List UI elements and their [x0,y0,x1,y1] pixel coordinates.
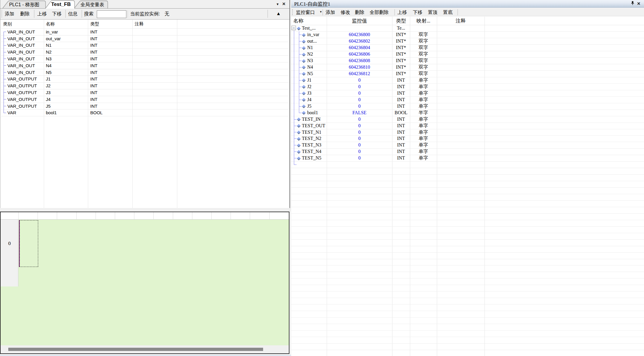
watch-header-mapping[interactable]: 映射... [410,17,437,25]
tab-global-var-table[interactable]: 全局变量表 [74,1,108,8]
watch-move-up-button[interactable]: 上移 [397,8,407,17]
watch-row[interactable]: TEST_N40INT单字 [0,148,644,155]
ladder-header-cell-line [18,212,19,219]
collapse-expand-box[interactable] [292,26,296,30]
variable-icon [302,104,306,108]
variable-icon [297,130,301,134]
tab-list-dropdown-icon[interactable]: ▼ [275,2,280,7]
watch-value: 604236808 [327,57,392,64]
ladder-row-header [1,220,18,286]
watch-value: 0 [327,77,392,83]
watch-close-icon[interactable]: ✕ [636,1,641,6]
tree-branch-tick [294,165,297,165]
watch-delete-button[interactable]: 删除 [355,8,364,17]
watch-row[interactable]: N3604236808INT*双字 [0,57,644,64]
tree-branch-tick [294,119,297,120]
watch-name: TEST_IN [302,116,321,123]
watch-add-button[interactable]: 添加 [326,8,335,17]
search-label: 搜索 [84,8,94,19]
variable-icon [302,91,306,95]
watch-mapping: 单字 [410,129,437,136]
variable-icon [302,46,306,50]
watch-header-name[interactable]: 名称 [293,17,303,25]
watch-row[interactable]: out...604236802INT*双字 [0,38,644,44]
move-up-button[interactable]: 上移 [37,8,47,19]
info-button[interactable]: 信息 [68,8,78,19]
desktop-strip [0,355,291,356]
watch-value: 0 [327,96,392,103]
watch-type: INT* [392,51,410,57]
watch-row[interactable]: TEST_N50INT单字 [0,155,644,161]
tree-branch-tick [294,158,297,158]
watch-row[interactable]: in_var604236800INT*双字 [0,31,644,38]
watch-row[interactable]: TEST_N20INT单字 [0,135,644,142]
tab-close-icon[interactable]: ✕ [281,1,286,7]
watch-move-down-button[interactable]: 下移 [413,8,422,17]
move-down-button[interactable]: 下移 [52,8,62,19]
ladder-selection-cell[interactable] [20,220,38,267]
variable-icon [302,85,306,88]
variable-icon [297,143,301,147]
network-number[interactable]: 0 [1,240,18,247]
watch-window-dropdown-icon[interactable]: ▼ [319,10,323,14]
ladder-hscrollbar-thumb[interactable] [8,348,263,351]
watch-gridline [291,265,644,265]
watch-row[interactable]: N5604236812INT*双字 [0,70,644,77]
panel-splitter[interactable] [0,208,290,212]
watch-row[interactable]: J50INT单字 [0,103,644,109]
ladder-header-cell-line [269,212,270,219]
watch-to-bottom-button[interactable]: 置底 [443,8,453,17]
watch-row[interactable]: J10INT单字 [0,77,644,83]
search-input[interactable] [97,10,126,18]
watch-name: TEST_OUT [302,123,325,129]
ladder-canvas[interactable] [1,220,289,345]
tree-branch-tick [299,87,302,87]
watch-row-root[interactable]: Test_...Te... [0,25,644,31]
watch-gridline [291,200,644,201]
watch-name: TEST_N5 [302,155,321,161]
tab-plc1-ladder[interactable]: PLC1 - 梯形图 [2,1,46,8]
watch-row[interactable]: N2604236806INT*双字 [0,51,644,57]
tree-branch-tick [294,138,297,139]
watch-to-top-button[interactable]: 置顶 [428,8,437,17]
watch-row[interactable]: N1604236804INT*双字 [0,44,644,51]
watch-toolbar-grip[interactable] [292,9,293,15]
add-button[interactable]: 添加 [5,8,14,19]
watch-header-value[interactable]: 监控值 [327,17,392,25]
watch-header-comment[interactable]: 注释 [437,17,484,25]
watch-name: N4 [307,64,313,70]
delete-button[interactable]: 删除 [20,8,30,19]
watch-delete-all-button[interactable]: 全部删除 [370,8,389,17]
watch-mapping: 双字 [410,64,437,70]
watch-mapping: 双字 [410,31,437,38]
variable-icon [302,72,306,75]
watch-row[interactable]: J20INT单字 [0,83,644,90]
tab-test-fb[interactable]: Test_FB [45,0,75,9]
ladder-header-cell-line [173,212,173,219]
watch-row[interactable]: TEST_OUT0INT单字 [0,123,644,129]
watch-type: INT* [392,57,410,64]
watch-name: N2 [307,51,313,57]
watch-window-button[interactable]: 监控窗口 [296,8,315,17]
watch-mapping: 双字 [410,57,437,64]
watch-row[interactable]: TEST_N30INT单字 [0,142,644,148]
watch-row[interactable]: bool1FALSEBOOL半字 [0,109,644,116]
watch-row[interactable]: TEST_IN0INT单字 [0,116,644,123]
watch-name: TEST_N3 [302,142,321,148]
collapse-panel-icon[interactable]: ▲ [275,11,282,17]
tree-branch-tick [299,113,302,113]
toolbar-grip[interactable] [1,10,2,17]
watch-name: bool1 [307,109,318,116]
watch-row[interactable]: N4604236810INT*双字 [0,64,644,70]
watch-type: INT [392,129,410,136]
watch-toolbar-separator [323,9,323,15]
watch-modify-button[interactable]: 修改 [341,8,350,17]
watch-value: FALSE [327,109,392,116]
watch-header-type[interactable]: 类型 [392,17,410,25]
watch-name: TEST_N2 [302,135,321,142]
watch-name: TEST_N1 [302,129,321,136]
watch-row[interactable]: J30INT单字 [0,90,644,96]
watch-row[interactable]: J40INT单字 [0,96,644,103]
pin-icon[interactable] [631,1,635,5]
watch-row[interactable]: TEST_N10INT单字 [0,129,644,136]
